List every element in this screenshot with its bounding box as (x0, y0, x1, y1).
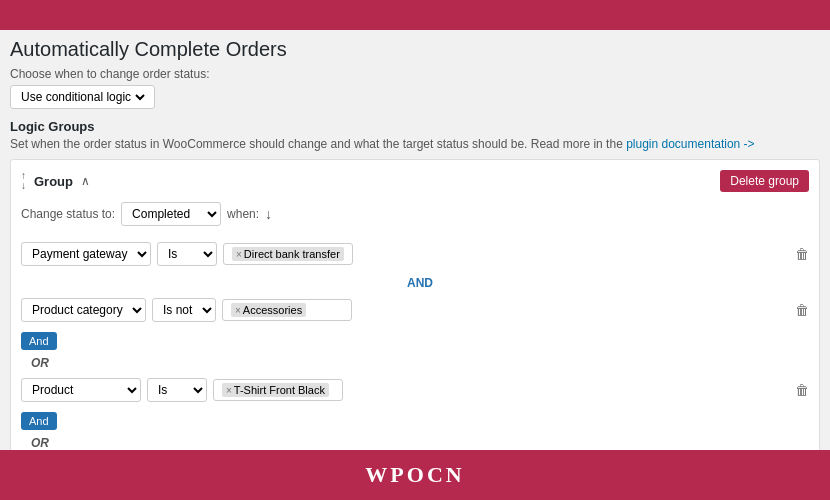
when-label: when: (227, 207, 259, 221)
main-content: Automatically Complete Orders Choose whe… (0, 30, 830, 450)
group-header-left: ↑ ↓ Group ∧ (21, 171, 90, 191)
conditional-logic-select[interactable]: Use conditional logic (10, 85, 155, 109)
sort-down-icon[interactable]: ↓ (21, 181, 26, 191)
collapse-icon[interactable]: ∧ (81, 174, 90, 188)
group-label: Group (34, 174, 73, 189)
delete-group-button[interactable]: Delete group (720, 170, 809, 192)
remove-tag-1[interactable]: × (236, 249, 242, 260)
value-box-2[interactable]: × Accessories (222, 299, 352, 321)
choose-label: Choose when to change order status: (10, 67, 820, 81)
operator-select-2[interactable]: Is not (152, 298, 216, 322)
or-label-1: OR (21, 356, 809, 370)
operator-select-1[interactable]: Is (157, 242, 217, 266)
value-tag-3: × T-Shirt Front Black (222, 383, 329, 397)
btn-row-1: And (21, 332, 809, 350)
field-select-2[interactable]: Product category (21, 298, 146, 322)
operator-select-3[interactable]: Is (147, 378, 207, 402)
delete-condition-2[interactable]: 🗑 (795, 302, 809, 318)
value-box-3[interactable]: × T-Shirt Front Black (213, 379, 343, 401)
condition-row-3: Product Is × T-Shirt Front Black 🗑 (21, 374, 809, 406)
bottom-bar: WPOCN (0, 450, 830, 500)
and-label-1: AND (21, 276, 809, 290)
brand-label: WPOCN (365, 462, 464, 488)
value-tag-1: × Direct bank transfer (232, 247, 344, 261)
when-down-arrow: ↓ (265, 206, 272, 222)
remove-tag-2[interactable]: × (235, 305, 241, 316)
or-label-2: OR (21, 436, 809, 450)
field-select-3[interactable]: Product (21, 378, 141, 402)
top-bar (0, 0, 830, 30)
condition-row-2: Product category Is not × Accessories 🗑 (21, 294, 809, 326)
change-status-label: Change status to: (21, 207, 115, 221)
conditional-logic-dropdown[interactable]: Use conditional logic (17, 89, 148, 105)
condition-row-1: Payment gateway Is × Direct bank transfe… (21, 238, 809, 270)
group-header: ↑ ↓ Group ∧ Delete group (21, 170, 809, 192)
status-select[interactable]: Completed (121, 202, 221, 226)
field-select-1[interactable]: Payment gateway (21, 242, 151, 266)
and-button-2[interactable]: And (21, 412, 57, 430)
logic-groups-desc: Set when the order status in WooCommerce… (10, 137, 820, 151)
btn-row-2: And (21, 412, 809, 430)
logic-groups-title: Logic Groups (10, 119, 820, 134)
page-title: Automatically Complete Orders (10, 38, 820, 61)
delete-condition-1[interactable]: 🗑 (795, 246, 809, 262)
group-container: ↑ ↓ Group ∧ Delete group Change status t… (10, 159, 820, 450)
remove-tag-3[interactable]: × (226, 385, 232, 396)
plugin-doc-link[interactable]: plugin documentation -> (626, 137, 754, 151)
change-status-row: Change status to: Completed when: ↓ (21, 202, 809, 226)
and-button-1[interactable]: And (21, 332, 57, 350)
delete-condition-3[interactable]: 🗑 (795, 382, 809, 398)
sort-icons[interactable]: ↑ ↓ (21, 171, 26, 191)
value-tag-2: × Accessories (231, 303, 306, 317)
value-box-1[interactable]: × Direct bank transfer (223, 243, 353, 265)
